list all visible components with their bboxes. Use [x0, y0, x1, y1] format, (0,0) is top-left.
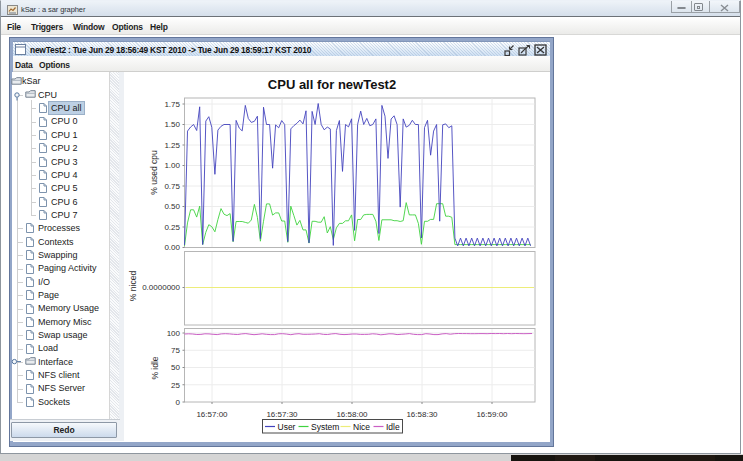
svg-text:1.00: 1.00 — [164, 161, 180, 170]
svg-text:16:57:00: 16:57:00 — [196, 410, 228, 419]
svg-text:0.0000000: 0.0000000 — [142, 283, 180, 292]
svg-text:1.75: 1.75 — [164, 100, 180, 109]
svg-text:1.50: 1.50 — [164, 120, 180, 129]
svg-text:Idle: Idle — [386, 422, 400, 432]
svg-text:0.25: 0.25 — [164, 223, 180, 232]
svg-text:0.75: 0.75 — [164, 182, 180, 191]
svg-text:25: 25 — [171, 381, 180, 390]
svg-text:% used cpu: % used cpu — [149, 150, 159, 195]
svg-text:CPU all for newTest2: CPU all for newTest2 — [268, 77, 396, 92]
svg-text:75: 75 — [171, 346, 180, 355]
svg-text:16:58:30: 16:58:30 — [406, 410, 438, 419]
svg-text:% niced: % niced — [128, 271, 138, 302]
svg-text:100: 100 — [167, 329, 181, 338]
svg-text:1.25: 1.25 — [164, 141, 180, 150]
svg-text:0: 0 — [176, 398, 181, 407]
svg-text:50: 50 — [171, 363, 180, 372]
svg-text:% idle: % idle — [150, 356, 160, 379]
svg-text:16:59:00: 16:59:00 — [476, 410, 508, 419]
svg-text:Nice: Nice — [353, 422, 370, 432]
svg-text:User: User — [278, 422, 296, 432]
svg-text:0.00: 0.00 — [164, 243, 180, 252]
svg-text:16:57:30: 16:57:30 — [266, 410, 298, 419]
svg-text:0.50: 0.50 — [164, 202, 180, 211]
svg-text:System: System — [311, 422, 339, 432]
svg-text:16:58:00: 16:58:00 — [336, 410, 368, 419]
